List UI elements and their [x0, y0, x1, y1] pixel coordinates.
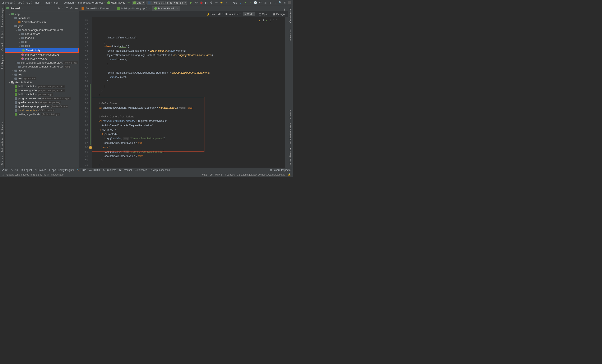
toolwindow-profiler[interactable]: ◔ Profiler [35, 169, 46, 171]
account-icon[interactable] [288, 1, 291, 4]
project-tree[interactable]: ▾app ▾manifests AndroidManifest.xml ▾jav… [5, 11, 79, 168]
toolwindow-device-manager[interactable]: Device Manager [289, 5, 292, 26]
file-icon [14, 109, 18, 112]
view-code-button[interactable]: ≡ Code [243, 12, 255, 16]
inspection-widget[interactable]: ▲1 ✔1 ˄ ˅ [258, 18, 277, 23]
tree-node-mainactivity[interactable]: MainActivity [5, 48, 78, 52]
vcs-history-icon[interactable]: 🕘 [254, 1, 257, 5]
crumb[interactable]: main [34, 1, 41, 4]
crumb[interactable]: delasign [63, 1, 74, 4]
toolwindow-project[interactable]: Project [1, 29, 4, 41]
editor-tab[interactable]: AndroidManifest.xml× [79, 6, 115, 11]
vcs-commit-icon[interactable]: ✔ [244, 1, 247, 5]
vcs-update-icon[interactable]: ↙ [239, 1, 242, 5]
toolwindow-structure[interactable]: Structure [1, 154, 4, 168]
status-bar: ▢ Gradle sync finished in 43 s 549 ms (4… [0, 172, 293, 177]
toolwindow-device-file-explorer[interactable]: Device File Explorer [289, 121, 292, 146]
coverage-icon[interactable]: ◧ [204, 1, 208, 5]
toolwindow-app-inspection[interactable]: ☍ App Inspection [150, 169, 170, 171]
toolwindow-running-devices[interactable]: Running Devices [289, 146, 292, 168]
settings-icon[interactable]: ⚙ [283, 1, 287, 5]
crumb[interactable]: com [54, 1, 60, 4]
target-icon[interactable]: ⊕ [57, 7, 60, 10]
stop-icon[interactable]: ■ [225, 1, 228, 5]
sort-icon[interactable]: ≡ [62, 7, 64, 10]
right-tool-strip: Device Manager Notifications Emulator De… [288, 5, 293, 168]
toolwindow-commit[interactable]: Commit [1, 41, 4, 53]
crumb[interactable]: er-project [1, 1, 14, 4]
indent-setting[interactable]: 4 spaces [225, 173, 235, 176]
search-icon[interactable]: 🔍 [278, 1, 282, 5]
tabs-more-icon[interactable]: ⋮ [281, 8, 288, 11]
crumb[interactable]: MainActivity [107, 1, 126, 4]
filter-icon[interactable]: ☰ [66, 7, 68, 10]
file-icon [14, 105, 18, 108]
toolwindow-services[interactable]: ▷ Services [135, 169, 147, 171]
close-icon[interactable]: × [111, 7, 113, 10]
sdk-icon[interactable]: ⬚ [273, 1, 277, 5]
view-split-button[interactable]: ◫ Split [257, 12, 269, 16]
package-icon [18, 65, 21, 68]
close-icon[interactable]: × [177, 7, 178, 10]
toolwindow-git[interactable]: ⎇ Git [1, 169, 8, 171]
project-view-selector[interactable]: Android [6, 7, 23, 10]
toolwindow-problems[interactable]: ⊘ Problems [103, 169, 116, 171]
rerun-icon[interactable]: ⟲ [194, 1, 198, 5]
line-separator[interactable]: LF [210, 173, 213, 176]
lightbulb-icon[interactable] [89, 146, 92, 149]
class-icon [107, 1, 110, 4]
crumb[interactable]: src [26, 1, 31, 4]
chevron-up-icon[interactable]: ˄ [273, 18, 274, 23]
toolwindow-terminal[interactable]: ▣ Terminal [119, 169, 132, 171]
gear-icon[interactable]: ⚙ [70, 7, 73, 10]
editor-tab[interactable]: build.gradle.kts (:app)× [115, 6, 152, 11]
toolwindow-notifications[interactable]: Notifications [289, 26, 292, 43]
toolwindow-bookmarks[interactable]: Bookmarks [1, 120, 4, 136]
caret-position[interactable]: 68:6 [202, 173, 207, 176]
avd-icon[interactable]: ▥ [263, 1, 267, 5]
toolwindow-resource-manager[interactable]: Resource Manager [1, 5, 4, 29]
close-icon[interactable]: × [148, 7, 150, 10]
gradle-file-icon [14, 85, 18, 88]
toolwindow-pull-requests[interactable]: Pull Requests [1, 53, 4, 71]
toolwindow-build-variants[interactable]: Build Variants [1, 136, 4, 154]
file-encoding[interactable]: UTF-8 [215, 173, 222, 176]
toolwindow-emulator[interactable]: Emulator [289, 108, 292, 121]
toolwindow-logcat[interactable]: ≣ Logcat [21, 169, 32, 171]
gradle-file-icon [14, 89, 18, 92]
profile-icon[interactable]: ⏱ [209, 1, 213, 5]
run-icon[interactable]: ▶ [189, 1, 193, 5]
toolwindows-toggle-icon[interactable]: ▢ [2, 173, 4, 176]
toolwindow-layout-inspector[interactable]: ▥ Layout Inspector [270, 169, 291, 171]
git-branch[interactable]: ⎇ tutorial/jetpack-compose/camerax/setup [237, 173, 285, 176]
device-icon[interactable]: ▯ [269, 1, 272, 5]
view-design-button[interactable]: ▦ Design [271, 12, 286, 16]
toolwindow-todo[interactable]: ≔ TODO [89, 169, 100, 171]
apply-changes-icon[interactable]: ⚡ [219, 1, 223, 5]
debug-icon[interactable]: 🐞 [199, 1, 203, 5]
vcs-rollback-icon[interactable]: ↶ [258, 1, 262, 5]
readonly-lock-icon[interactable]: 🔒 [288, 173, 291, 176]
back-icon[interactable]: ↶ [127, 1, 131, 5]
editor-scrollbar[interactable] [285, 17, 288, 168]
vcs-push-icon[interactable]: ↗ [249, 1, 253, 5]
live-edit-toggle[interactable]: ⚡Live Edit of literals: ON▾ [206, 12, 241, 16]
device-selector[interactable]: Pixel_3a_API_33_x86_64 [147, 1, 187, 5]
git-label: Git: [232, 1, 237, 4]
hide-icon[interactable]: — [75, 7, 77, 10]
run-config-selector[interactable]: app [132, 1, 145, 5]
toolwindow-build[interactable]: 🔨 Build [77, 169, 86, 171]
code-editor[interactable]: ▲1 ✔1 ˄ ˅ $intent | ${intent.extras}", )… [92, 17, 285, 168]
crumb[interactable]: java [44, 1, 50, 4]
chevron-down-icon[interactable]: ˅ [276, 18, 277, 23]
toolwindow-app-quality[interactable]: ✧ App Quality Insights [48, 169, 74, 171]
xml-icon [82, 7, 84, 10]
attach-icon[interactable]: ⋯ [215, 1, 218, 5]
crumb[interactable]: samplestarterproject [78, 1, 103, 4]
ok-icon: ✔ [266, 18, 268, 23]
toolwindow-run[interactable]: ▷ Run [11, 169, 18, 171]
crumb[interactable]: app [17, 1, 22, 4]
status-message: Gradle sync finished in 43 s 549 ms (4 m… [7, 173, 64, 176]
editor-tab[interactable]: MainActivity.kt× [152, 6, 180, 11]
folder-icon [14, 69, 18, 72]
